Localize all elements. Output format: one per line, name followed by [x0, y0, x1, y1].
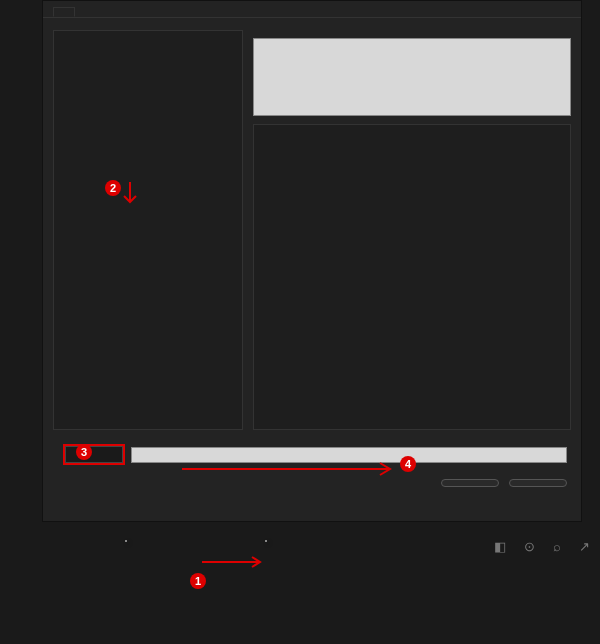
- icon3[interactable]: ⌕: [553, 539, 561, 554]
- preset-details: [253, 124, 571, 430]
- preset-tree[interactable]: [53, 30, 243, 430]
- tab-preset[interactable]: [53, 7, 75, 17]
- new-sequence-dialog: [42, 0, 582, 522]
- tab-vr[interactable]: [119, 7, 141, 17]
- context-menu-new[interactable]: [265, 540, 267, 542]
- annotation-3: 3: [76, 444, 94, 460]
- annotation-1: 1: [190, 573, 208, 589]
- tab-tracks[interactable]: [97, 7, 119, 17]
- icon1[interactable]: ◧: [494, 539, 506, 554]
- sequence-name-input[interactable]: [65, 446, 123, 463]
- project-toolbar: ◧ ⊙ ⌕ ↗: [494, 539, 590, 554]
- icon2[interactable]: ⊙: [524, 539, 535, 554]
- preset-description: [253, 38, 571, 116]
- dialog-tabs: [43, 1, 581, 18]
- icon4[interactable]: ↗: [579, 539, 590, 554]
- annotation-4: 4: [400, 456, 418, 472]
- annotation-2: 2: [105, 180, 123, 196]
- context-menu-main[interactable]: [125, 540, 127, 542]
- cancel-button[interactable]: [509, 479, 567, 487]
- tab-settings[interactable]: [75, 7, 97, 17]
- ok-button[interactable]: [441, 479, 499, 487]
